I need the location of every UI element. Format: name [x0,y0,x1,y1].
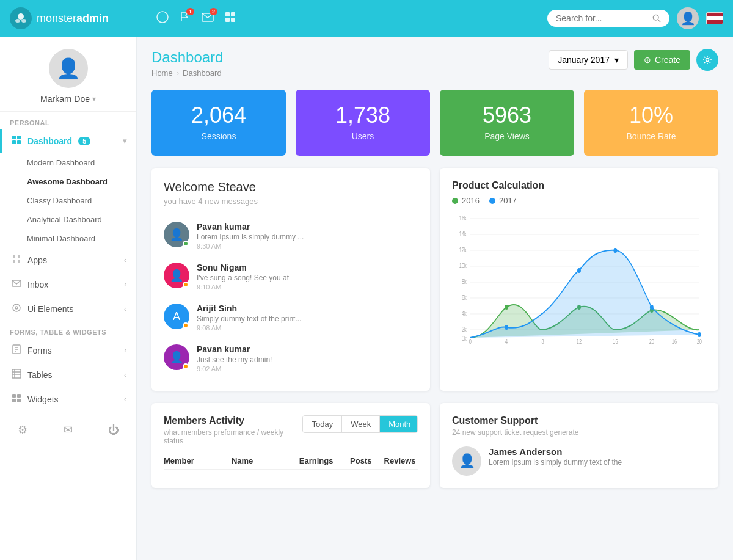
msg-time-3: 9:08 AM [197,324,418,332]
logo-icon [10,7,32,29]
members-tab-group: Today Week Month [302,415,418,433]
sidebar-item-tables[interactable]: Tables ‹ [0,363,136,387]
msg-name-1: Pavan kumar [197,222,418,231]
settings-button[interactable] [696,49,718,71]
sidebar-sub-modern-dashboard[interactable]: Modern Dashboard [0,153,136,172]
sidebar-sub-analytical-dashboard[interactable]: Analytical Dashboard [0,210,136,229]
widgets-chevron-icon: ‹ [124,395,126,404]
message-item-1: 👤 Pavan kumar Lorem Ipsum is simply dumm… [164,216,418,256]
ui-elements-icon [12,303,21,315]
support-person-text: Lorem Ipsum is simply dummy text of the [489,458,622,467]
tab-today[interactable]: Today [303,416,342,432]
back-button[interactable] [156,11,169,26]
sidebar-sub-minimal-dashboard[interactable]: Minimal Dashboard [0,229,136,248]
status-dot-3 [183,322,189,329]
date-filter-dropdown[interactable]: January 2017 ▾ [549,50,628,70]
search-input[interactable] [556,13,647,23]
dashboard-badge: 5 [78,137,90,145]
svg-rect-8 [231,18,235,22]
sidebar-mail-btn[interactable]: ✉ [45,418,90,442]
profile-name: Markarn Doe ▾ [40,94,96,104]
col-earnings: Earnings [299,456,350,465]
welcome-subtitle: you have 4 new messages [164,197,418,206]
inbox-chevron-icon: ‹ [124,280,126,289]
sidebar-item-dashboard[interactable]: Dashboard 5 ▾ [0,129,136,153]
col-reviews: Reviews [384,456,418,465]
pageviews-label: Page Views [452,131,562,141]
customer-support-panel: Customer Support 24 new support ticket r… [440,403,718,488]
message-item-2: 👤 Sonu Nigam I've sung a song! See you a… [164,256,418,297]
sidebar-item-apps[interactable]: Apps ‹ [0,248,136,272]
svg-text:14k: 14k [459,231,467,238]
table-header: Member Name Earnings Posts Reviews [164,450,418,470]
svg-point-1 [15,19,20,23]
stat-cards: 2,064 Sessions 1,738 Users 5963 Page Vie… [151,90,718,156]
ui-elements-chevron-icon: ‹ [124,305,126,313]
support-title: Customer Support [452,415,706,426]
svg-rect-14 [17,140,21,144]
svg-rect-22 [12,369,21,378]
ui-elements-label: Ui Elements [27,304,73,314]
support-person-info: James Anderson Lorem Ipsum is simply dum… [489,446,622,467]
page-title: Dashboard [151,49,223,66]
svg-point-60 [577,268,581,273]
chart-legend: 2016 2017 [452,196,706,205]
svg-text:20: 20 [697,338,702,345]
svg-text:4: 4 [505,338,508,345]
sessions-label: Sessions [164,131,274,141]
tab-month[interactable]: Month [380,416,418,432]
legend-dot-2016 [452,198,458,204]
sidebar-item-widgets[interactable]: Widgets ‹ [0,387,136,412]
header-actions: January 2017 ▾ ⊕ Create [549,49,718,71]
svg-rect-27 [17,394,21,398]
dashboard-icon [12,135,21,147]
sidebar-sub-awesome-dashboard[interactable]: Awesome Dashboard [0,172,136,191]
svg-rect-29 [17,399,21,402]
svg-rect-11 [12,136,16,139]
mail-button[interactable]: 2 [202,12,214,26]
dashboard-label: Dashboard [27,136,72,146]
msg-avatar-2: 👤 [164,263,189,288]
nav-right: 👤 [547,7,723,29]
sidebar-settings-btn[interactable]: ⚙ [0,418,45,442]
apps-label: Apps [27,255,47,265]
page-title-group: Dashboard Home › Dashboard [151,49,223,78]
apps-icon [12,254,21,266]
svg-text:16k: 16k [459,215,467,222]
svg-text:16: 16 [672,338,677,345]
breadcrumb-home[interactable]: Home [151,68,173,78]
stat-card-sessions: 2,064 Sessions [151,90,286,156]
chevron-down-icon: ▾ [123,137,126,145]
sidebar-item-inbox[interactable]: Inbox ‹ [0,272,136,297]
status-dot-4 [183,363,189,369]
user-avatar[interactable]: 👤 [677,7,699,29]
svg-text:4k: 4k [462,310,467,317]
msg-text-1: Lorem Ipsum is simply dummy ... [197,233,418,241]
main-content: Dashboard Home › Dashboard January 2017 … [137,37,733,560]
col-posts: Posts [350,456,384,465]
sidebar-item-ui-elements[interactable]: Ui Elements ‹ [0,297,136,321]
create-button[interactable]: ⊕ Create [634,50,690,70]
language-flag[interactable] [706,12,723,24]
msg-content-3: Arijit Sinh Simply dummy text of the pri… [197,304,418,332]
stat-card-bouncerate: 10% Bounce Rate [584,90,718,156]
flag-button[interactable]: 1 [180,12,191,26]
sidebar-power-btn[interactable]: ⏻ [91,418,136,442]
svg-point-9 [653,15,658,20]
msg-name-4: Pavan kumar [197,344,418,354]
bottom-panels: Members Activity what members preformanc… [151,403,718,488]
sidebar-item-forms[interactable]: Forms ‹ [0,338,136,363]
grid-button[interactable] [225,12,236,26]
msg-content-2: Sonu Nigam I've sung a song! See you at … [197,263,418,291]
chart-title: Product Calculation [452,180,706,191]
members-header: Members Activity what members preformanc… [164,415,418,445]
breadcrumb-current: Dashboard [183,68,222,78]
svg-rect-28 [12,399,16,402]
sidebar-sub-classy-dashboard[interactable]: Classy Dashboard [0,191,136,210]
sidebar-profile: 👤 Markarn Doe ▾ [0,37,136,112]
tab-week[interactable]: Week [342,416,380,432]
svg-point-30 [706,59,709,62]
search-box[interactable] [547,10,669,27]
members-title: Members Activity [164,415,302,426]
svg-text:0k: 0k [462,335,467,342]
